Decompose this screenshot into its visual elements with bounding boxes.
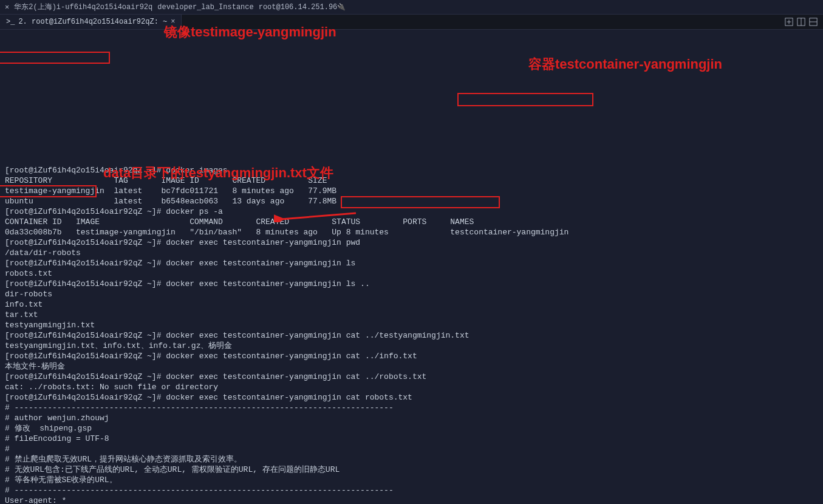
- title-region: 华东2(上海)i-uf6ih4q2o15i4oair92q: [14, 2, 152, 12]
- title-instance: developer_lab_Instance: [157, 3, 253, 12]
- tab-bar: >_ 2. root@iZuf6ih4q2o15i4oair92qZ: ~ ×: [0, 15, 823, 30]
- terminal-tab[interactable]: >_ 2. root@iZuf6ih4q2o15i4oair92qZ: ~ ×: [0, 15, 182, 29]
- tab-label: 2. root@iZuf6ih4q2o15i4oair92qZ: ~: [18, 18, 167, 26]
- svg-line-8: [281, 213, 356, 219]
- annotation-image: 镜像testimage-yangmingjin: [164, 27, 336, 37]
- split-horizontal-button[interactable]: [808, 17, 818, 27]
- plug-icon: 🔌: [337, 3, 346, 11]
- highlight-box-image: [0, 52, 110, 64]
- highlight-box-container: [457, 93, 593, 106]
- add-tab-button[interactable]: [784, 17, 794, 27]
- tab-actions: [784, 17, 823, 27]
- title-bar: ✕ 华东2(上海)i-uf6ih4q2o15i4oair92q develope…: [0, 0, 823, 15]
- cross-icon: ✕: [5, 2, 9, 12]
- title-host: root@106.14.251.96🔌: [259, 3, 346, 12]
- terminal-icon: >_: [6, 18, 15, 26]
- annotation-file: data目录下的testyangmingjin.txt文件: [103, 168, 333, 178]
- arrow-icon: [255, 200, 340, 212]
- split-vertical-button[interactable]: [796, 17, 806, 27]
- annotation-container: 容器testcontainer-yangmingjin: [528, 59, 722, 69]
- tabs-container: >_ 2. root@iZuf6ih4q2o15i4oair92qZ: ~ ×: [0, 15, 182, 29]
- terminal-output: [root@iZuf6ih4q2o15i4oair92qZ ~]# docker…: [5, 165, 818, 504]
- terminal-area[interactable]: 镜像testimage-yangmingjin 容器testcontainer-…: [0, 30, 823, 504]
